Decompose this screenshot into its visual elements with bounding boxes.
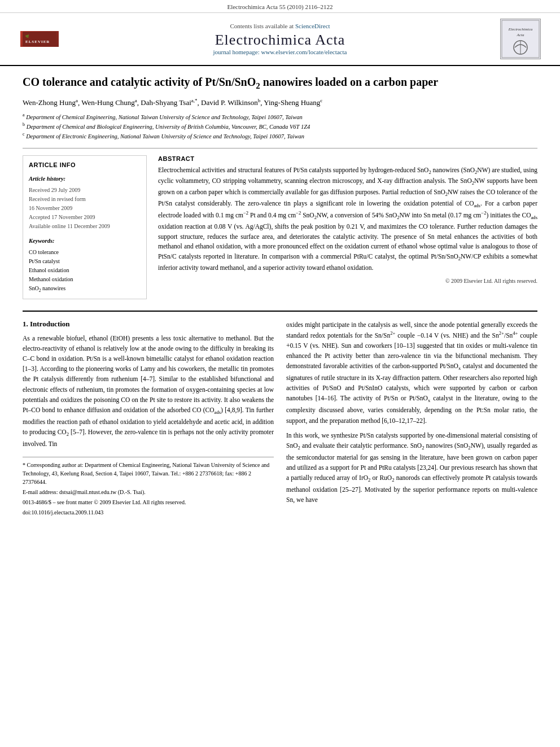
main-content: CO tolerance and catalytic activity of P… — [0, 66, 560, 530]
journal-title: Electrochimica Acta — [62, 32, 498, 49]
affiliation-b: b Department of Chemical and Biological … — [23, 121, 537, 131]
svg-rect-0 — [23, 32, 56, 46]
paper-title: CO tolerance and catalytic activity of P… — [23, 75, 537, 92]
affiliation-a: a Department of Chemical Engineering, Na… — [23, 112, 537, 121]
contents-label: Contents lists available at — [230, 23, 294, 29]
journal-logo-image: Electrochimica Acta — [500, 19, 541, 59]
received-revised-label: Received in revised form — [29, 195, 141, 204]
affiliations: a Department of Chemical Engineering, Na… — [23, 112, 537, 141]
authors-line: Wen-Zhong Hunga, Wen-Hung Chunga, Dah-Sh… — [23, 98, 537, 107]
elsevier-logo-img: 🌿 ELSEVIER — [20, 31, 59, 47]
article-info-box: ARTICLE INFO Article history: Received 2… — [23, 155, 147, 299]
article-info-column: ARTICLE INFO Article history: Received 2… — [23, 155, 147, 299]
abstract-heading: ABSTRACT — [158, 155, 537, 162]
footnote-corresponding: * Corresponding author at: Department of… — [23, 461, 274, 486]
divider-top — [23, 148, 537, 148]
svg-text:Acta: Acta — [517, 33, 524, 37]
intro-para-1: As a renewable biofuel, ethanol (EtOH) p… — [23, 333, 274, 449]
homepage-url[interactable]: www.elsevier.com/locate/electacta — [261, 49, 347, 55]
body-content: 1. Introduction As a renewable biofuel, … — [23, 311, 537, 518]
received-date: Received 29 July 2009 — [29, 186, 141, 195]
available-date: Available online 11 December 2009 — [29, 222, 141, 231]
svg-text:🌿: 🌿 — [25, 34, 29, 38]
accepted-date: Accepted 17 November 2009 — [29, 213, 141, 222]
keyword-5: SnO2 nanowires — [29, 284, 141, 294]
body-col-right: oxides might participate in the catalysi… — [286, 320, 537, 518]
keyword-2: Pt/Sn catalyst — [29, 257, 141, 266]
journal-citation-bar: Electrochimica Acta 55 (2010) 2116–2122 — [0, 0, 560, 13]
homepage-line: journal homepage: www.elsevier.com/locat… — [62, 49, 498, 55]
body-col-left: 1. Introduction As a renewable biofuel, … — [23, 320, 274, 518]
keywords-list: CO tolerance Pt/Sn catalyst Ethanol oxid… — [29, 248, 141, 294]
abstract-text: Electrochemical activities and structura… — [158, 165, 537, 273]
article-info-abstract-row: ARTICLE INFO Article history: Received 2… — [23, 155, 537, 299]
article-info-heading: ARTICLE INFO — [29, 160, 141, 171]
copyright-note: © 2009 Elsevier Ltd. All rights reserved… — [158, 278, 537, 284]
journal-header: 🌿 ELSEVIER Contents lists available at S… — [0, 13, 560, 66]
keywords-label: Keywords: — [29, 237, 141, 246]
journal-logo-area: Electrochimica Acta — [498, 19, 543, 59]
footnote-issn: 0013-4686/$ – see front matter © 2009 El… — [23, 498, 274, 506]
footnote-doi: doi:10.1016/j.electacta.2009.11.043 — [23, 508, 274, 517]
body-two-col: 1. Introduction As a renewable biofuel, … — [23, 320, 537, 518]
footnote-email: E-mail address: dstsai@mail.ntust.edu.tw… — [23, 488, 274, 496]
journal-title-center: Contents lists available at ScienceDirec… — [62, 23, 498, 55]
sciencedirect-link[interactable]: ScienceDirect — [295, 23, 330, 29]
keyword-4: Methanol oxidation — [29, 275, 141, 284]
received-revised-date: 16 November 2009 — [29, 204, 141, 213]
footnotes: * Corresponding author at: Department of… — [23, 457, 274, 517]
intro-heading: 1. Introduction — [23, 320, 274, 329]
homepage-label: journal homepage: — [213, 49, 260, 55]
svg-text:Electrochimica: Electrochimica — [508, 27, 533, 32]
keyword-3: Ethanol oxidation — [29, 266, 141, 275]
keyword-1: CO tolerance — [29, 248, 141, 257]
svg-text:ELSEVIER: ELSEVIER — [25, 40, 50, 44]
affiliation-c: c Department of Electronic Engineering, … — [23, 131, 537, 141]
history-label: Article history: — [29, 174, 141, 184]
intro-para-3: In this work, we synthesize Pt/Sn cataly… — [286, 430, 537, 505]
page-wrapper: Electrochimica Acta 55 (2010) 2116–2122 … — [0, 0, 560, 747]
abstract-column: ABSTRACT Electrochemical activities and … — [158, 155, 537, 299]
journal-citation-text: Electrochimica Acta 55 (2010) 2116–2122 — [227, 3, 333, 10]
elsevier-logo: 🌿 ELSEVIER — [17, 31, 62, 47]
intro-para-2: oxides might participate in the catalysi… — [286, 320, 537, 426]
